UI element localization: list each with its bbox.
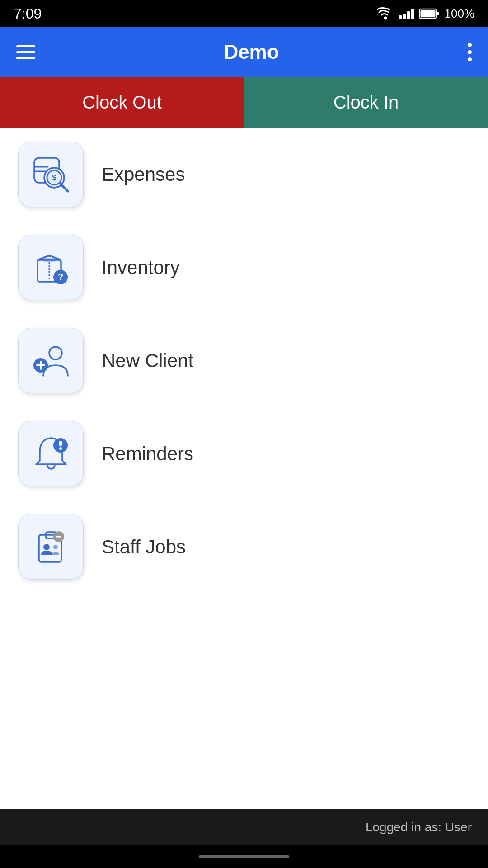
status-bar: 7:09 100% [0,0,488,27]
signal-icon [399,8,414,19]
expenses-icon-wrapper: $ [18,142,84,207]
battery-icon [419,8,439,19]
staff-jobs-icon-wrapper [18,514,84,580]
hamburger-menu-button[interactable] [16,45,35,59]
dot-3 [468,57,472,61]
expenses-label: Expenses [102,164,185,185]
app-title: Demo [224,41,279,63]
top-nav: Demo [0,27,488,77]
svg-point-26 [53,545,58,549]
svg-point-0 [384,17,387,20]
dot-1 [468,43,472,47]
svg-point-16 [49,347,62,359]
svg-line-7 [60,184,68,191]
hamburger-line-3 [16,57,35,59]
bottom-nav-indicator [0,845,488,868]
svg-point-22 [59,447,62,450]
new-client-label: New Client [102,350,193,372]
svg-point-25 [43,544,50,550]
new-client-icon-wrapper [18,328,84,393]
menu-item-staff-jobs[interactable]: Staff Jobs [0,500,488,593]
menu-item-reminders[interactable]: Reminders [0,407,488,500]
expenses-icon: $ [31,154,71,195]
inventory-icon: ? [31,247,71,288]
clock-buttons-container: Clock Out Clock In [0,77,488,128]
hamburger-line-2 [16,51,35,53]
reminders-icon [31,434,71,474]
svg-rect-13 [44,258,55,262]
menu-item-expenses[interactable]: $ Expenses [0,128,488,221]
battery-percent: 100% [445,7,475,21]
reminders-icon-wrapper [18,421,84,486]
menu-list: $ Expenses ? [0,128,488,809]
staff-jobs-icon [31,527,71,567]
menu-item-inventory[interactable]: ? Inventory [0,221,488,314]
inventory-label: Inventory [102,257,180,278]
new-client-icon [31,340,71,381]
svg-rect-21 [59,441,62,446]
svg-rect-2 [436,12,439,15]
logged-in-text: Logged in as: User [366,820,472,835]
status-time: 7:09 [14,5,42,22]
clock-in-button[interactable]: Clock In [244,77,488,128]
svg-text:?: ? [57,272,63,282]
menu-item-new-client[interactable]: New Client [0,314,488,407]
more-options-button[interactable] [468,43,472,61]
nav-home-indicator [199,855,289,858]
inventory-icon-wrapper: ? [18,235,84,300]
dot-2 [468,50,472,54]
svg-rect-3 [420,10,435,17]
reminders-label: Reminders [102,443,193,465]
footer: Logged in as: User [0,809,488,845]
hamburger-line-1 [16,45,35,47]
clock-out-button[interactable]: Clock Out [0,77,244,128]
status-icons: 100% [377,7,475,21]
staff-jobs-label: Staff Jobs [102,536,186,558]
svg-text:$: $ [52,173,56,182]
wifi-icon [377,7,394,20]
